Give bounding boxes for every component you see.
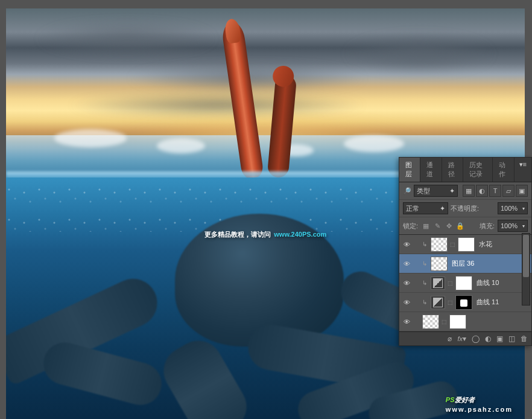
watermark-text: 更多精品教程，请访问 www.240PS.com [204,226,327,240]
visibility-toggle-icon[interactable]: 👁 [402,317,411,327]
mask-link-icon[interactable]: ⬚ [442,319,447,325]
tab-paths[interactable]: 路径 [442,158,463,182]
panel-tabs: 图层 通道 路径 历史记录 动作 ▾≡ [399,158,531,182]
mask-link-icon[interactable]: ⬚ [448,280,453,286]
adjustment-layer-icon [431,277,445,290]
layer-row[interactable]: 👁⬚ [399,312,531,331]
filter-pixel-icon[interactable]: ▦ [463,185,475,197]
lock-fill-row: 锁定: ▦ ✎ ✥ 🔒 填充: 100%▾ [399,217,531,235]
lock-label: 锁定: [403,222,418,231]
fx-icon[interactable]: fx▾ [457,334,466,343]
layer-name-label[interactable]: 水花 [479,240,492,249]
layer-row[interactable]: 👁↳⬚曲线 10 [399,273,531,293]
blend-opacity-row: 正常✦ 不透明度: 100%▾ [399,200,531,217]
opacity-input[interactable]: 100%▾ [498,202,528,214]
lock-pixels-icon[interactable]: ✎ [432,221,442,231]
clip-indicator-icon: ↳ [422,299,427,305]
filter-shape-icon[interactable]: ▱ [502,185,515,197]
adjustment-layer-icon [431,296,445,309]
clip-indicator-icon: ↳ [422,280,427,286]
layer-name-label[interactable]: 图层 36 [452,259,474,268]
layers-panel-footer: ⌀ fx▾ ◯ ◐ ▣ ◫ 🗑 [399,331,531,345]
layers-scrollbar[interactable] [522,233,530,305]
lock-position-icon[interactable]: ✥ [444,221,454,231]
watermark-logo: PS爱好者 www.psahz.com [446,390,513,413]
layer-mask-thumbnail [449,315,466,329]
visibility-toggle-icon[interactable]: 👁 [402,278,411,288]
layer-name-label[interactable]: 曲线 10 [477,278,499,287]
fill-input[interactable]: 100%▾ [498,220,528,232]
filter-adjust-icon[interactable]: ◐ [476,185,488,197]
layer-mask-thumbnail [455,276,472,290]
new-layer-icon[interactable]: ◫ [508,334,515,343]
layer-mask-thumbnail [458,237,475,252]
layer-thumbnail [431,237,448,252]
clip-indicator-icon: ↳ [422,260,427,267]
panel-menu-icon[interactable]: ▾≡ [515,158,531,182]
visibility-toggle-icon[interactable]: 👁 [402,240,411,249]
blend-mode-dropdown[interactable]: 正常✦ [403,202,448,214]
add-mask-icon[interactable]: ◯ [472,334,480,343]
layer-row[interactable]: 👁↳⬚曲线 11 [399,293,531,312]
layer-mask-thumbnail [455,295,472,310]
layer-thumbnail [422,315,439,329]
tab-layers[interactable]: 图层 [399,158,420,182]
tab-actions[interactable]: 动作 [493,158,514,182]
layers-list: 👁↳⬚水花👁↳图层 36👁↳⬚曲线 10👁↳⬚曲线 11👁⬚ [399,235,531,331]
lock-all-icon[interactable]: 🔒 [455,221,465,231]
add-adjustment-icon[interactable]: ◐ [485,334,491,343]
fill-label: 填充: [480,222,495,231]
filter-type-icon[interactable]: T [489,185,501,197]
filter-smart-icon[interactable]: ▣ [516,185,528,197]
layer-row[interactable]: 👁↳⬚水花 [399,235,531,254]
new-group-icon[interactable]: ▣ [496,334,503,343]
visibility-toggle-icon[interactable]: 👁 [402,259,411,269]
delete-layer-icon[interactable]: 🗑 [521,334,528,343]
lock-transparency-icon[interactable]: ▦ [421,221,431,231]
mask-link-icon[interactable]: ⬚ [450,241,455,248]
mask-link-icon[interactable]: ⬚ [448,299,453,305]
opacity-label: 不透明度: [451,204,479,213]
layer-thumbnail [431,257,448,271]
search-icon: 🔎 [403,187,411,195]
visibility-toggle-icon[interactable]: 👁 [402,298,411,307]
tab-channels[interactable]: 通道 [420,158,442,182]
layer-filter-row: 🔎 类型✦ ▦ ◐ T ▱ ▣ [399,182,531,200]
link-layers-icon[interactable]: ⌀ [448,334,452,343]
filter-type-dropdown[interactable]: 类型✦ [414,185,458,197]
layers-panel: 图层 通道 路径 历史记录 动作 ▾≡ 🔎 类型✦ ▦ ◐ T ▱ ▣ 正常✦ … [399,157,532,346]
tab-history[interactable]: 历史记录 [463,158,493,182]
clip-indicator-icon: ↳ [422,241,427,248]
layer-row[interactable]: 👁↳图层 36 [399,254,531,273]
layer-name-label[interactable]: 曲线 11 [477,298,499,307]
